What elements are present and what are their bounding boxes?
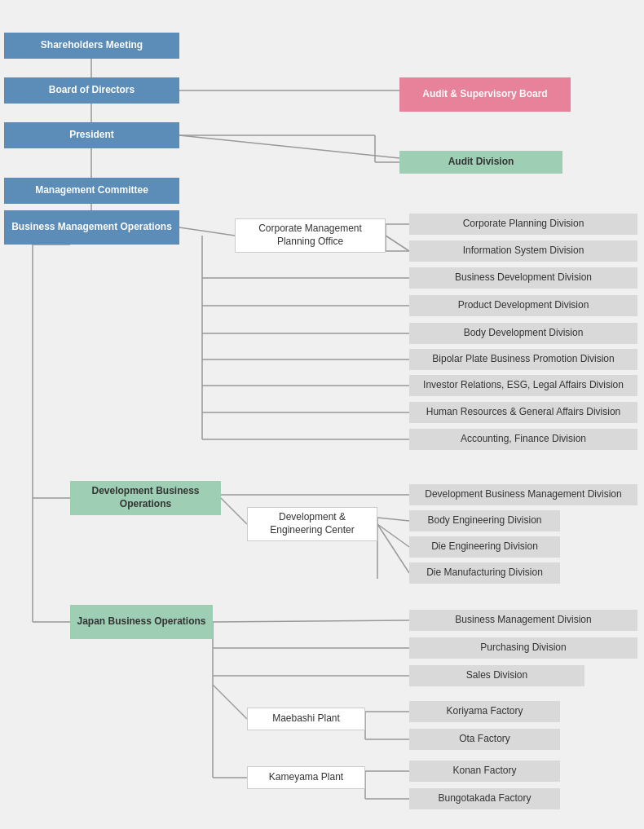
- shareholders-box: Shareholders Meeting: [4, 33, 179, 59]
- audit-supervisory-box: Audit & Supervisory Board: [399, 77, 571, 112]
- svg-line-9: [179, 227, 235, 236]
- sales-box: Sales Division: [409, 665, 584, 686]
- purchasing-box: Purchasing Division: [409, 637, 637, 659]
- business-dev-box: Business Development Division: [409, 267, 637, 289]
- svg-line-11: [386, 236, 409, 251]
- accounting-box: Accounting, Finance Division: [409, 429, 637, 450]
- human-resources-box: Human Resources & General Affairs Divisi…: [409, 402, 637, 423]
- dev-engineering-center-box: Development & Engineering Center: [247, 507, 377, 541]
- president-box: President: [4, 122, 179, 148]
- svg-line-26: [377, 524, 409, 573]
- svg-line-23: [221, 498, 247, 524]
- information-system-box: Information System Division: [409, 240, 637, 262]
- bungotakada-factory-box: Bungotakada Factory: [409, 788, 560, 809]
- corporate-mgmt-office-box: Corporate Management Planning Office: [235, 218, 386, 253]
- svg-line-34: [213, 685, 247, 719]
- board-box: Board of Directors: [4, 77, 179, 104]
- dev-business-mgmt-box: Development Business Management Division: [409, 484, 637, 505]
- svg-line-24: [377, 518, 409, 521]
- kameyama-plant-box: Kameyama Plant: [247, 766, 365, 789]
- die-engineering-box: Die Engineering Division: [409, 536, 560, 558]
- investor-relations-box: Investor Relations, ESG, Legal Affairs D…: [409, 375, 637, 396]
- management-committee-box: Management Committee: [4, 178, 179, 204]
- svg-line-31: [213, 620, 409, 622]
- maebashi-plant-box: Maebashi Plant: [247, 708, 365, 730]
- body-dev-box: Body Development Division: [409, 323, 637, 344]
- japan-business-ops-box: Japan Business Operations: [70, 605, 213, 639]
- svg-line-3: [179, 135, 399, 158]
- org-chart: Shareholders MeetingBoard of DirectorsAu…: [0, 0, 644, 16]
- ota-factory-box: Ota Factory: [409, 729, 560, 750]
- body-engineering-box: Body Engineering Division: [409, 510, 560, 531]
- die-manufacturing-box: Die Manufacturing Division: [409, 562, 560, 584]
- koriyama-factory-box: Koriyama Factory: [409, 701, 560, 722]
- konan-factory-box: Konan Factory: [409, 761, 560, 782]
- audit-division-box: Audit Division: [399, 151, 562, 174]
- dev-business-ops-box: Development Business Operations: [70, 481, 221, 515]
- corporate-planning-box: Corporate Planning Division: [409, 214, 637, 235]
- bipolar-plate-box: Bipolar Plate Business Promotion Divisio…: [409, 349, 637, 370]
- svg-line-25: [377, 524, 409, 547]
- business-mgmt-ops-box: Business Management Operations: [4, 210, 179, 245]
- product-dev-box: Product Development Division: [409, 295, 637, 316]
- business-mgmt-div-box: Business Management Division: [409, 610, 637, 631]
